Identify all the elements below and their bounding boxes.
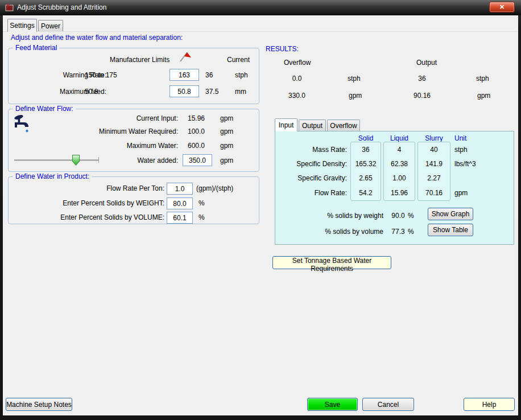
warning-rate-unit: stph [235,71,248,79]
current-header: Current [227,56,250,64]
stream-tab-overflow[interactable]: Overflow [327,120,360,131]
flow-rate-label: Flow Rate: [275,189,347,197]
specific-gravity-liquid: 1.00 [383,174,415,182]
current-input-label: Current Input: [43,114,178,122]
maximum-water-label: Maximum Water: [43,142,178,150]
window-icon [5,3,14,11]
mass-rate-liquid: 4 [383,146,415,154]
solids-volume-input[interactable] [167,212,193,224]
col-header-unit: Unit [454,134,466,142]
stream-tab-output[interactable]: Output [299,120,326,131]
water-added-input[interactable] [183,154,212,166]
minimum-water-value: 100.0 [178,127,214,135]
faucet-icon [13,114,32,136]
results-output-header: Output [416,59,437,67]
feed-material-title: Feed Material [13,44,59,52]
tab-strip-divider [3,31,518,32]
specific-gravity-slurry: 2.27 [417,174,450,182]
water-flow-group: Define Water Flow: Current Input: 15.96 … [8,109,259,172]
output-stph-value: 36 [402,75,442,83]
maximum-feed-limits: 50.8 [85,88,98,96]
specific-density-solid: 165.32 [350,160,381,168]
solids-volume-unit: % [199,213,205,221]
overflow-gpm-unit: gpm [349,92,362,100]
maximum-water-value: 600.0 [178,142,214,150]
water-added-unit: gpm [220,157,233,164]
minimum-water-unit: gpm [220,127,233,135]
solids-weight-unit: % [199,199,205,207]
current-input-value: 15.96 [178,114,214,122]
flow-rate-per-ton-unit: (gpm)/(stph) [196,184,233,192]
overflow-stph-unit: stph [348,75,361,83]
overflow-gpm-value: 330.0 [277,92,317,100]
output-gpm-unit: gpm [477,92,490,100]
mass-rate-solid: 36 [350,146,381,154]
manufacturer-limits-header: Manufacturer Limits [110,56,169,64]
flow-rate-liquid: 15.96 [383,189,415,197]
warning-flag-icon [178,51,192,64]
set-tonnage-button[interactable]: Set Tonnage Based Water Requirements [272,256,391,269]
save-button[interactable]: Save [307,398,358,411]
output-gpm-value: 90.16 [402,92,442,100]
pct-solids-weight-value: 90.0 [387,212,410,220]
maximum-feed-unit: mm [235,88,246,96]
mass-rate-label: Mass Rate: [275,146,347,154]
col-header-slurry: Slurry [417,134,450,142]
water-flow-title: Define Water Flow: [13,105,76,113]
water-in-product-group: Define Water in Product: Flow Rate Per T… [8,176,259,224]
tab-power[interactable]: Power [38,20,63,31]
help-button[interactable]: Help [464,398,515,411]
col-header-liquid: Liquid [383,134,415,142]
specific-density-label: Specific Density: [275,160,347,168]
flow-rate-solid: 54.2 [350,189,381,197]
show-graph-button[interactable]: Show Graph [428,208,473,220]
show-table-button[interactable]: Show Table [428,224,473,236]
minimum-water-label: Minimum Water Required: [43,127,178,135]
stream-tab-input[interactable]: Input [275,118,297,131]
warning-rate-current: 36 [205,71,213,79]
machine-setup-notes-button[interactable]: Machine Setup Notes [6,398,72,411]
mass-rate-unit: stph [454,146,468,154]
feed-material-group: Feed Material Manufacturer Limits Curren… [8,48,259,104]
titlebar: Adjust Scrubbing and Attrition ✕ [0,0,521,15]
current-input-unit: gpm [220,114,233,122]
pct-solids-volume-value: 77.3 [387,228,410,236]
stream-panel: Solid Liquid Slurry Unit Mass Rate: 36 4… [275,131,514,245]
col-header-solid: Solid [350,134,381,142]
specific-gravity-label: Specific Gravity: [275,174,347,182]
output-stph-unit: stph [476,75,489,83]
pct-solids-weight-unit: % [408,212,414,220]
pct-solids-volume-label: % solids by volume [309,228,383,236]
water-slider-track[interactable] [14,159,98,162]
tab-settings[interactable]: Settings [7,19,37,32]
specific-density-slurry: 141.9 [417,160,450,168]
solids-weight-input[interactable] [167,197,193,209]
water-in-product-title: Define Water in Product: [13,172,92,180]
results-title: RESULTS: [266,45,299,53]
flow-rate-slurry: 70.16 [417,189,450,197]
results-overflow-header: Overflow [284,59,311,67]
window-title: Adjust Scrubbing and Attrition [17,3,106,11]
specific-density-liquid: 62.38 [383,160,415,168]
pct-solids-weight-label: % solids by weight [309,212,383,220]
specific-gravity-solid: 2.65 [350,174,381,182]
dialog-client: Settings Power Adjust and define the wat… [3,15,518,415]
mass-rate-slurry: 40 [417,146,450,154]
warning-rate-input[interactable] [169,69,199,81]
specific-density-unit: lbs/ft^3 [454,160,476,168]
overflow-stph-value: 0.0 [277,75,317,83]
flow-rate-per-ton-label: Flow Rate Per Ton: [20,184,164,192]
instruction-text: Adjust and define the water flow and mat… [11,34,183,42]
close-button[interactable]: ✕ [489,2,515,13]
solids-volume-label: Enter Percent Solids by VOLUME: [20,213,164,221]
cancel-button[interactable]: Cancel [362,398,414,411]
maximum-feed-input[interactable] [169,85,199,97]
flow-rate-unit: gpm [454,189,468,197]
maximum-water-unit: gpm [220,142,233,150]
maximum-feed-current: 37.5 [205,88,218,96]
dialog-window: Adjust Scrubbing and Attrition ✕ Setting… [0,0,521,420]
warning-rate-limits: 150 to 175 [85,71,117,79]
water-slider-end-tick [98,157,99,163]
solids-weight-label: Enter Percent Solids by WEIGHT: [20,199,164,207]
flow-rate-per-ton-input[interactable] [167,183,193,195]
